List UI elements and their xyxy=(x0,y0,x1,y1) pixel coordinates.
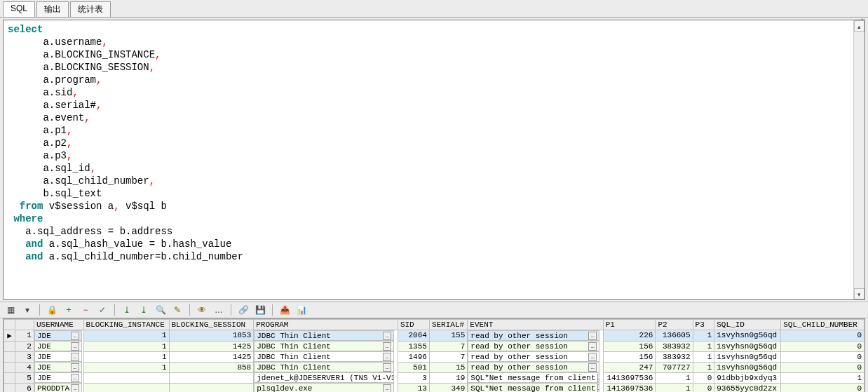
cell-program[interactable]: jdenet_k@JDESERVER1 (TNS V1-V3)… xyxy=(254,372,394,383)
grid-options[interactable]: ▦ xyxy=(4,304,17,316)
find-icon[interactable]: 🔍 xyxy=(154,304,167,316)
cell-username[interactable]: JDE… xyxy=(34,372,82,383)
cell-sid[interactable]: 501 xyxy=(398,362,429,372)
cell-child[interactable]: 1 xyxy=(781,372,864,383)
ellipsis-button[interactable]: … xyxy=(71,384,79,393)
column-header-p1[interactable]: P1 xyxy=(603,320,656,330)
cell-program[interactable]: JDBC Thin Client… xyxy=(254,341,394,351)
cell-event[interactable]: read by other session… xyxy=(468,330,599,341)
export-icon[interactable]: 📤 xyxy=(278,304,291,316)
row-indicator[interactable] xyxy=(4,372,15,383)
cell-serial[interactable]: 19 xyxy=(429,372,467,383)
results-grid[interactable]: USERNAMEBLOCKING_INSTANCEBLOCKING_SESSIO… xyxy=(4,319,864,392)
cell-sqlid[interactable]: 91dbbjb9xdyq3 xyxy=(714,372,781,383)
sql-editor[interactable]: select a.username, a.BLOCKING_INSTANCE, … xyxy=(4,20,853,299)
cell-p3[interactable]: 0 xyxy=(693,372,714,383)
row-indicator[interactable] xyxy=(4,383,15,392)
cell-username[interactable]: JDE… xyxy=(34,362,82,372)
ellipsis-button[interactable]: … xyxy=(71,374,79,382)
cell-p1[interactable]: 226 xyxy=(603,330,656,342)
save-icon[interactable]: 💾 xyxy=(254,304,266,316)
editor-scrollbar[interactable]: ▴ ▾ xyxy=(853,20,864,299)
minus-icon[interactable]: − xyxy=(79,304,92,316)
cell-sqlid[interactable]: 1svyhsn0g56qd xyxy=(714,341,781,351)
table-row[interactable]: 6PRODDTA…plsqldev.exe…13349SQL*Net messa… xyxy=(4,383,864,392)
check-icon[interactable]: ✓ xyxy=(96,304,109,316)
column-header-username[interactable]: USERNAME xyxy=(34,320,83,330)
cell-serial[interactable]: 155 xyxy=(429,330,467,342)
column-header-binst[interactable]: BLOCKING_INSTANCE xyxy=(83,320,169,330)
table-row[interactable]: 4JDE…1858JDBC Thin Client…50115read by o… xyxy=(4,362,864,372)
cell-program[interactable]: JDBC Thin Client… xyxy=(254,351,394,362)
cell-event[interactable]: SQL*Net message from client… xyxy=(468,372,599,383)
column-header-program[interactable]: PROGRAM xyxy=(254,320,398,330)
scroll-up-icon[interactable]: ▴ xyxy=(854,20,864,32)
ellipsis-button[interactable]: … xyxy=(383,384,391,393)
row-indicator[interactable]: ▶ xyxy=(4,330,15,342)
cell-bsess[interactable]: 1425 xyxy=(169,351,254,362)
cell-binst[interactable]: 1 xyxy=(83,341,169,351)
column-header-child[interactable]: SQL_CHILD_NUMBER xyxy=(781,320,864,330)
cell-p1[interactable]: 1413697536 xyxy=(603,372,656,383)
cell-p3[interactable]: 1 xyxy=(693,362,714,372)
cell-event[interactable]: read by other session… xyxy=(468,341,599,351)
cell-sqlid[interactable]: 93655yyc8d2zx xyxy=(714,383,781,392)
run-all-icon[interactable]: ⤓ xyxy=(137,304,150,316)
plus-icon[interactable]: + xyxy=(62,304,75,316)
cell-sid[interactable]: 3 xyxy=(398,372,429,383)
cell-sid[interactable]: 13 xyxy=(398,383,429,392)
cell-child[interactable]: 0 xyxy=(781,362,864,372)
cell-bsess[interactable] xyxy=(169,383,254,392)
ellipsis-button[interactable]: … xyxy=(383,353,391,361)
cell-program[interactable]: plsqldev.exe… xyxy=(254,383,394,392)
cell-serial[interactable]: 15 xyxy=(429,362,467,372)
ellipsis-button[interactable]: … xyxy=(383,363,391,372)
cell-p2[interactable]: 383932 xyxy=(656,351,693,362)
table-row[interactable]: 3JDE…11425JDBC Thin Client…14967read by … xyxy=(4,351,864,362)
row-indicator[interactable] xyxy=(4,341,15,351)
ellipsis-button[interactable]: … xyxy=(71,332,79,340)
cell-serial[interactable]: 7 xyxy=(429,351,467,362)
cell-p1[interactable]: 1413697536 xyxy=(603,383,656,392)
view-icon[interactable]: 👁 xyxy=(196,304,208,316)
cell-binst[interactable]: 1 xyxy=(83,351,169,362)
ellipsis-button[interactable]: … xyxy=(597,374,600,382)
cell-p3[interactable]: 0 xyxy=(693,383,714,392)
cell-p1[interactable]: 156 xyxy=(603,351,656,362)
cell-p3[interactable]: 1 xyxy=(693,351,714,362)
dropdown-icon[interactable]: ▾ xyxy=(21,304,34,316)
cell-serial[interactable]: 7 xyxy=(429,341,467,351)
column-header-event[interactable]: EVENT xyxy=(468,320,603,330)
ellipsis-button[interactable]: … xyxy=(71,342,79,351)
ellipsis-button[interactable]: … xyxy=(597,384,600,393)
cell-program[interactable]: JDBC Thin Client… xyxy=(254,330,394,341)
cell-binst[interactable] xyxy=(83,383,169,392)
link-icon[interactable]: 🔗 xyxy=(237,304,250,316)
cell-sqlid[interactable]: 1svyhsn0g56qd xyxy=(714,362,781,372)
ellipsis-button[interactable]: … xyxy=(588,332,597,340)
cell-program[interactable]: JDBC Thin Client… xyxy=(254,362,394,372)
cell-binst[interactable] xyxy=(83,372,169,383)
scroll-down-icon[interactable]: ▾ xyxy=(854,288,864,299)
column-header-sqlid[interactable]: SQL_ID xyxy=(714,320,781,330)
ellipsis-button[interactable]: … xyxy=(588,353,597,361)
cell-child[interactable]: 0 xyxy=(781,330,864,342)
cell-p3[interactable]: 1 xyxy=(693,341,714,351)
cell-event[interactable]: read by other session… xyxy=(468,362,599,372)
column-header-p3[interactable]: P3 xyxy=(693,320,714,330)
column-header-bsess[interactable]: BLOCKING_SESSION xyxy=(169,320,254,330)
cell-p2[interactable]: 707727 xyxy=(656,362,693,372)
cell-child[interactable]: 0 xyxy=(781,383,864,392)
cell-p3[interactable]: 1 xyxy=(693,330,714,342)
cell-child[interactable]: 0 xyxy=(781,351,864,362)
cell-p1[interactable]: 156 xyxy=(603,341,656,351)
cell-username[interactable]: PRODDTA… xyxy=(34,383,82,392)
table-row[interactable]: ▶1JDE…11853JDBC Thin Client…2064155read … xyxy=(4,330,864,342)
cell-username[interactable]: JDE… xyxy=(34,330,82,341)
ellipsis-button[interactable]: … xyxy=(383,332,391,340)
cell-p2[interactable]: 1 xyxy=(656,383,693,392)
cell-event[interactable]: read by other session… xyxy=(468,351,599,362)
cell-sqlid[interactable]: 1svyhsn0g56qd xyxy=(714,351,781,362)
ellipsis-button[interactable]: … xyxy=(588,342,597,351)
column-header-sid[interactable]: SID xyxy=(398,320,429,330)
